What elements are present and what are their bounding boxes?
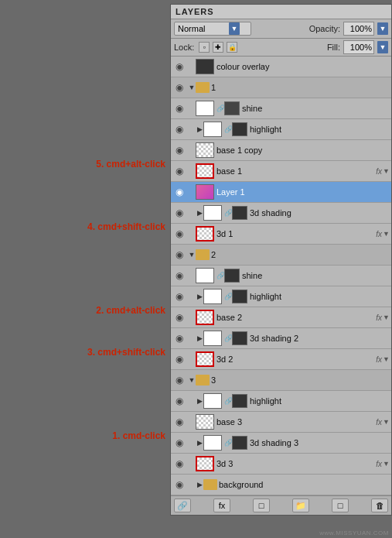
lock-all-icon[interactable]: 🔒 [227,42,237,53]
opacity-value: 100% [350,24,372,33]
layer-row[interactable]: ◉ ▼ 1 [171,77,391,98]
layer-row[interactable]: ◉ ▶ 🔗 3d shading 3 [171,433,391,454]
layer-row[interactable]: ◉ 3d 3 fx ▼ [171,454,391,475]
layer-row[interactable]: ◉ base 1 copy [171,140,391,161]
visibility-icon[interactable]: ◉ [172,394,186,408]
mask-thumbnail [224,269,240,283]
group-expand-arrow[interactable]: ▼ [188,251,196,259]
visibility-icon[interactable]: ◉ [172,143,186,157]
expand-arrow[interactable]: ▶ [196,481,203,488]
visibility-icon[interactable]: ◉ [172,331,186,345]
opacity-input[interactable]: 100% [343,22,374,36]
fx-arrow[interactable]: ▼ [383,460,390,468]
visibility-icon[interactable]: ◉ [172,248,186,262]
label-cmd-shift-click-3: 3. cmd+shift-click [0,341,170,362]
fx-arrow[interactable]: ▼ [383,314,390,321]
fill-input[interactable]: 100% [343,40,374,54]
fx-badge: fx [376,167,382,176]
visibility-icon[interactable]: ◉ [172,478,186,492]
layer-row[interactable]: ◉ base 3 fx ▼ [171,412,391,433]
lock-move-icon[interactable]: ✚ [213,42,223,53]
mask-thumbnail [232,206,247,220]
expand-arrow[interactable]: ▶ [196,439,203,447]
layer-row[interactable]: ◉ Layer 1 [171,182,391,203]
visibility-icon[interactable]: ◉ [172,206,186,220]
visibility-icon[interactable]: ◉ [172,457,186,471]
mask-thumbnail [232,122,247,136]
visibility-icon[interactable]: ◉ [172,60,186,74]
layer-row[interactable]: ◉ base 1 fx ▼ [171,161,391,182]
label-spacer [0,258,170,279]
label-spacer [0,195,170,216]
expand-arrow[interactable]: ▶ [196,293,203,300]
visibility-icon[interactable]: ◉ [172,290,186,303]
add-fx-button[interactable]: fx [213,499,230,512]
visibility-icon[interactable]: ◉ [172,81,186,94]
layer-thumbnail [196,142,214,158]
visibility-icon[interactable]: ◉ [172,164,186,178]
layer-thumbnail [196,101,214,116]
layer-row[interactable]: ◉ ▶ 🔗 highlight [171,286,391,307]
visibility-icon[interactable]: ◉ [172,436,186,450]
layer-row[interactable]: ◉ 3d 2 fx ▼ [171,349,391,370]
visibility-icon[interactable]: ◉ [172,269,186,283]
add-mask-button[interactable]: □ [253,499,270,512]
layer-row[interactable]: ◉ ▶ 🔗 highlight [171,119,391,140]
layer-row[interactable]: ◉ ▶ 🔗 highlight [171,391,391,412]
opacity-label: Opacity: [309,24,340,33]
layer-row[interactable]: ◉ 3d 1 fx ▼ [171,224,391,245]
visibility-icon[interactable]: ◉ [172,122,186,136]
group-expand-arrow[interactable]: ▼ [188,84,196,91]
visibility-icon[interactable]: ◉ [172,101,186,115]
lock-pixels-icon[interactable]: ▫ [199,42,210,53]
label-spacer [0,174,170,195]
layer-row[interactable]: ◉ colour overlay [171,57,391,77]
visibility-icon[interactable]: ◉ [172,310,186,324]
fill-arrow[interactable]: ▼ [377,41,388,53]
visibility-icon[interactable]: ◉ [172,415,186,429]
layer-row[interactable]: ◉ ▶ 🔗 3d shading [171,203,391,224]
layer-name: base 1 copy [216,146,390,155]
visibility-icon[interactable]: ◉ [172,227,186,241]
label-spacer [0,91,170,111]
delete-layer-button[interactable]: 🗑 [371,499,388,512]
mask-thumbnail [232,290,247,303]
layer-row[interactable]: ◉ ▼ 3 [171,370,391,391]
visibility-icon[interactable]: ◉ [172,185,186,199]
visibility-icon[interactable]: ◉ [172,352,186,366]
opacity-arrow[interactable]: ▼ [377,22,388,35]
expand-arrow[interactable]: ▶ [196,397,203,405]
layer-row[interactable]: ◉ ▼ 2 [171,245,391,266]
expand-arrow[interactable]: ▶ [196,125,203,133]
blend-mode-select[interactable]: Normal ▼ [174,22,251,36]
new-layer-button[interactable]: □ [332,499,349,512]
layer-thumbnail [196,184,214,200]
panel-footer: 🔗 fx □ 📁 □ 🗑 www.MISSYUAN.COM [171,495,391,515]
expand-arrow[interactable]: ▶ [196,334,203,342]
layer-name: 3d 2 [216,355,295,364]
link-icon: 🔗 [224,397,232,405]
fx-badge: fx [376,314,382,322]
fx-arrow[interactable]: ▼ [383,355,390,363]
layer-row[interactable]: ◉ ▶ background [171,475,391,495]
link-icon: 🔗 [224,439,232,447]
visibility-icon[interactable]: ◉ [172,373,186,387]
layer-row[interactable]: ◉ 🔗 shine [171,98,391,119]
fx-arrow[interactable]: ▼ [383,167,390,175]
layer-row[interactable]: ◉ ▶ 🔗 3d shading 2 [171,328,391,349]
link-icon: 🔗 [224,209,232,217]
link-layers-button[interactable]: 🔗 [174,499,191,512]
fx-arrow[interactable]: ▼ [383,418,390,426]
new-group-button[interactable]: 📁 [292,499,309,512]
fx-arrow[interactable]: ▼ [383,230,390,238]
opacity-control: Opacity: 100% ▼ [309,22,388,36]
blend-mode-arrow[interactable]: ▼ [229,22,240,35]
layer-name: shine [242,271,390,280]
layer-row[interactable]: ◉ 🔗 shine [171,266,391,286]
label-cmd-alt-click-5: 5. cmd+alt-click [0,153,170,174]
group-expand-arrow[interactable]: ▼ [188,376,196,384]
layer-thumbnail [203,122,222,137]
layer-row[interactable]: ◉ base 2 fx ▼ [171,307,391,328]
lock-toolbar: Lock: ▫ ✚ 🔒 Fill: 100% ▼ [171,39,391,57]
expand-arrow[interactable]: ▶ [196,209,203,217]
